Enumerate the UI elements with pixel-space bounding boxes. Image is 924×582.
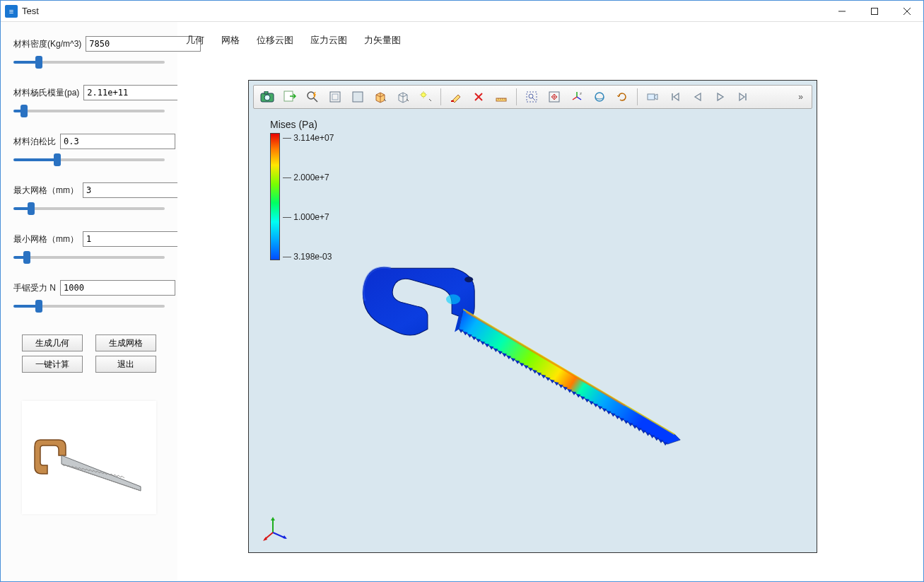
skip-first-icon[interactable] (665, 87, 686, 107)
axis-triad-icon (263, 514, 291, 542)
orbit-icon[interactable] (589, 87, 610, 107)
param-slider[interactable] (13, 202, 165, 215)
tab-2[interactable]: 位移云图 (255, 31, 295, 50)
param-slider[interactable] (13, 153, 165, 166)
viewer-toolbar: z » (253, 85, 812, 109)
svg-line-9 (314, 98, 317, 102)
param-label: 材料杨氏模量(pa) (13, 87, 79, 99)
select-area-icon[interactable] (521, 87, 542, 107)
svg-line-30 (573, 97, 577, 100)
viewport-3d[interactable]: Mises (Pa) 3.114e+072.000e+71.000e+73.19… (249, 112, 817, 552)
svg-rect-1 (872, 8, 878, 14)
tab-4[interactable]: 力矢量图 (363, 31, 402, 50)
param-label: 材料泊松比 (13, 136, 56, 148)
play-back-icon[interactable] (687, 87, 708, 107)
skip-last-icon[interactable] (732, 87, 754, 107)
svg-point-32 (595, 93, 604, 101)
param-input[interactable] (60, 134, 175, 149)
svg-rect-11 (332, 94, 338, 100)
rotate-icon[interactable] (612, 87, 633, 107)
window-title: Test (22, 6, 39, 16)
svg-line-26 (532, 98, 535, 100)
param-label: 手锯受力 N (13, 282, 56, 294)
param-label: 最小网格（mm） (13, 233, 78, 245)
generate-mesh-button[interactable]: 生成网格 (95, 334, 156, 351)
svg-text:z: z (580, 91, 582, 95)
zoom-flash-icon[interactable] (302, 87, 323, 107)
pan-icon[interactable] (544, 87, 565, 107)
box-tool-icon[interactable] (324, 87, 346, 107)
toolbar-overflow-icon[interactable]: » (793, 92, 809, 102)
tab-1[interactable]: 网格 (220, 31, 241, 50)
delete-icon[interactable] (468, 87, 489, 107)
result-tabs: 几何网格位移云图应力云图力矢量图 (177, 29, 916, 52)
svg-point-5 (264, 95, 270, 100)
svg-point-13 (421, 93, 426, 97)
model-thumbnail (22, 401, 156, 514)
app-icon: ≡ (5, 5, 18, 18)
result-viewer-frame: z » Mises (Pa) (248, 80, 817, 553)
highlight-icon[interactable] (415, 87, 436, 107)
brush-icon[interactable] (445, 87, 467, 107)
title-bar: ≡ Test (1, 1, 923, 22)
svg-point-36 (446, 294, 460, 304)
param-input[interactable] (60, 280, 175, 296)
minimize-button[interactable] (826, 1, 858, 22)
tab-0[interactable]: 几何 (185, 31, 206, 50)
param-slider[interactable] (13, 105, 165, 117)
video-icon[interactable] (642, 87, 663, 107)
svg-rect-6 (264, 91, 268, 94)
param-slider[interactable] (13, 56, 165, 69)
generate-geometry-button[interactable]: 生成几何 (22, 334, 83, 351)
param-slider[interactable] (13, 300, 165, 313)
camera-icon[interactable] (257, 87, 278, 107)
svg-point-8 (308, 92, 315, 99)
exit-button[interactable]: 退出 (95, 356, 156, 373)
param-label: 最大网格（mm） (13, 185, 78, 197)
stress-contour-model (249, 112, 817, 552)
box-wire-icon[interactable] (392, 87, 414, 107)
frame-icon[interactable] (347, 87, 368, 107)
ruler-icon[interactable] (491, 87, 512, 107)
tab-3[interactable]: 应力云图 (309, 31, 349, 50)
close-button[interactable] (891, 1, 923, 22)
one-click-compute-button[interactable]: 一键计算 (22, 356, 83, 373)
svg-line-29 (577, 97, 581, 100)
param-slider[interactable] (13, 251, 165, 264)
export-icon[interactable] (279, 87, 300, 107)
play-forward-icon[interactable] (710, 87, 731, 107)
svg-rect-33 (648, 94, 655, 100)
svg-point-37 (464, 277, 473, 282)
svg-rect-18 (451, 100, 454, 102)
param-label: 材料密度(Kg/m^3) (13, 38, 81, 50)
svg-rect-10 (330, 92, 340, 102)
box-color-icon[interactable] (370, 87, 391, 107)
parameter-sidebar: 材料密度(Kg/m^3) 材料杨氏模量(pa) 材料泊松比 最大网格（mm） 最… (1, 22, 177, 581)
axes-icon[interactable]: z (566, 87, 587, 107)
maximize-button[interactable] (858, 1, 891, 22)
svg-rect-12 (353, 92, 363, 102)
